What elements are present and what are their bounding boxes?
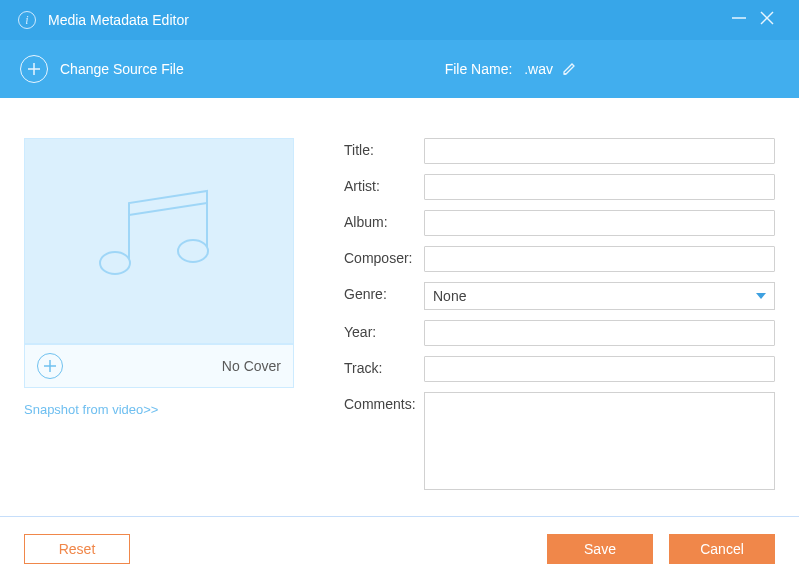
title-input[interactable] [424,138,775,164]
artist-input[interactable] [424,174,775,200]
file-name-label: File Name: [445,61,513,77]
music-note-icon [89,181,229,301]
composer-label: Composer: [344,246,424,266]
artist-label: Artist: [344,174,424,194]
chevron-down-icon [756,293,766,299]
minimize-button[interactable] [725,9,753,31]
comments-textarea[interactable] [424,392,775,490]
cancel-button[interactable]: Cancel [669,534,775,564]
file-name-block: File Name: .wav [445,59,579,80]
comments-label: Comments: [344,392,424,412]
titlebar: i Media Metadata Editor [0,0,799,40]
composer-input[interactable] [424,246,775,272]
reset-button[interactable]: Reset [24,534,130,564]
plus-circle-icon [20,55,48,83]
svg-point-6 [100,252,130,274]
svg-point-7 [178,240,208,262]
year-input[interactable] [424,320,775,346]
change-source-file-button[interactable]: Change Source File [20,55,184,83]
app-title: Media Metadata Editor [48,12,189,28]
genre-select[interactable]: None [424,282,775,310]
track-label: Track: [344,356,424,376]
save-button[interactable]: Save [547,534,653,564]
snapshot-from-video-link[interactable]: Snapshot from video>> [24,402,294,417]
form-column: Title: Artist: Album: Composer: Genre: N… [344,138,775,506]
info-icon: i [18,11,36,29]
genre-select-value: None [433,288,466,304]
title-label: Title: [344,138,424,158]
year-label: Year: [344,320,424,340]
edit-filename-button[interactable] [561,59,579,80]
album-label: Album: [344,210,424,230]
main-area: No Cover Snapshot from video>> Title: Ar… [0,98,799,516]
cover-column: No Cover Snapshot from video>> [24,138,294,506]
cover-footer: No Cover [24,344,294,388]
change-source-file-label: Change Source File [60,61,184,77]
album-input[interactable] [424,210,775,236]
genre-label: Genre: [344,282,424,302]
no-cover-label: No Cover [222,358,281,374]
add-cover-button[interactable] [37,353,63,379]
track-input[interactable] [424,356,775,382]
close-button[interactable] [753,9,781,31]
toolbar: Change Source File File Name: .wav [0,40,799,98]
footer: Reset Save Cancel [0,516,799,580]
cover-art-placeholder [24,138,294,344]
file-name-value: .wav [524,61,553,77]
